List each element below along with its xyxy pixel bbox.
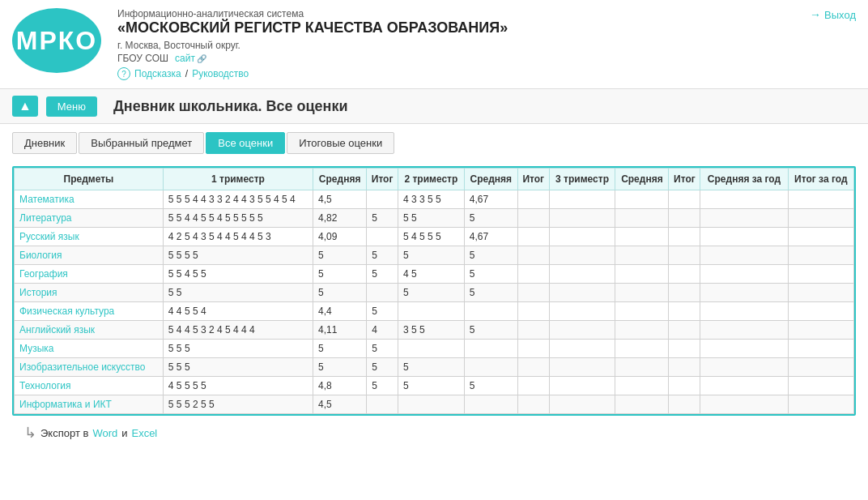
subject-link[interactable]: Информатика и ИКТ — [19, 399, 112, 410]
export-row: ↳ Экспорт в Word и Excel — [12, 416, 856, 450]
grade-cell — [669, 321, 700, 340]
grade-cell — [788, 395, 853, 414]
subject-link[interactable]: Музыка — [19, 343, 53, 354]
grade-cell — [615, 358, 669, 377]
grade-cell: 4,67 — [464, 190, 517, 209]
table-row: Математика5 5 5 4 4 3 3 2 4 4 3 5 5 4 5 … — [15, 190, 854, 209]
grade-cell — [700, 321, 788, 340]
table-row: Биология5 5 5 55555 — [15, 246, 854, 265]
grade-cell — [700, 190, 788, 209]
grade-cell — [669, 302, 700, 321]
table-row: Музыка5 5 555 — [15, 340, 854, 358]
grade-cell: 5 — [313, 284, 367, 302]
grade-cell: 5 — [367, 340, 398, 358]
subject-cell[interactable]: Информатика и ИКТ — [15, 395, 164, 414]
subject-link[interactable]: Литература — [19, 212, 72, 224]
subject-link[interactable]: Биология — [19, 250, 62, 261]
table-row: Русский язык4 2 5 4 3 5 4 4 5 4 4 5 34,0… — [15, 228, 854, 246]
grade-cell — [549, 228, 615, 246]
grade-cell: 5 — [367, 265, 398, 284]
subject-cell[interactable]: Биология — [15, 246, 164, 265]
table-row: Литература5 5 4 4 5 5 4 5 5 5 5 54,8255 … — [15, 209, 854, 228]
grade-cell: 5 — [398, 358, 465, 377]
grade-cell — [367, 284, 398, 302]
subject-cell[interactable]: Музыка — [15, 340, 164, 358]
nav-bar: ▲ Меню Дневник школьника. Все оценки — [0, 89, 868, 124]
col-itog3: Итог — [669, 169, 700, 190]
grade-cell — [700, 395, 788, 414]
grade-cell — [615, 228, 669, 246]
grade-cell: 4 4 5 5 4 — [163, 302, 313, 321]
export-word-link[interactable]: Word — [92, 427, 117, 439]
subject-link[interactable]: Английский язык — [19, 324, 95, 335]
grade-cell: 5 — [464, 265, 517, 284]
export-excel-link[interactable]: Excel — [131, 427, 157, 439]
menu-button[interactable]: Меню — [46, 96, 97, 117]
subject-cell[interactable]: Математика — [15, 190, 164, 209]
grade-cell — [549, 209, 615, 228]
help-link[interactable]: Подсказка — [134, 68, 181, 79]
grade-cell — [464, 395, 517, 414]
col-itog2: Итог — [517, 169, 549, 190]
grade-cell: 4,5 — [313, 395, 367, 414]
grade-cell — [788, 246, 853, 265]
help-icon: ? — [117, 67, 130, 80]
subject-link[interactable]: Математика — [19, 194, 74, 205]
subject-link[interactable]: Изобразительное искусство — [19, 361, 146, 373]
col-subject: Предметы — [15, 169, 164, 190]
grade-cell — [788, 377, 853, 395]
grade-cell — [615, 265, 669, 284]
col-avg1: Средняя — [313, 169, 367, 190]
col-t3: 3 триместр — [549, 169, 615, 190]
site-link[interactable]: сайт 🔗 — [175, 53, 206, 64]
table-row: Английский язык5 4 4 5 3 2 4 5 4 4 44,11… — [15, 321, 854, 340]
subject-cell[interactable]: Физическая культура — [15, 302, 164, 321]
subject-link[interactable]: Технология — [19, 380, 71, 391]
grade-cell — [700, 246, 788, 265]
external-link-icon: 🔗 — [197, 54, 206, 63]
grade-cell — [615, 190, 669, 209]
grade-cell — [367, 228, 398, 246]
grade-cell: 5 5 5 5 — [163, 246, 313, 265]
subject-link[interactable]: Физическая культура — [19, 306, 114, 317]
grade-cell — [669, 340, 700, 358]
grade-cell — [700, 358, 788, 377]
subject-link[interactable]: История — [19, 287, 57, 298]
tab-all-grades[interactable]: Все оценки — [206, 132, 285, 154]
grade-cell: 5 — [367, 377, 398, 395]
grade-cell: 5 — [464, 246, 517, 265]
table-row: Информатика и ИКТ5 5 5 2 5 54,5 — [15, 395, 854, 414]
table-row: Физическая культура4 4 5 5 44,45 — [15, 302, 854, 321]
grade-cell — [788, 190, 853, 209]
grade-cell — [517, 377, 549, 395]
grade-cell — [549, 395, 615, 414]
subject-cell[interactable]: География — [15, 265, 164, 284]
grade-cell: 5 — [367, 209, 398, 228]
back-button[interactable]: ▲ — [12, 96, 38, 117]
manual-link[interactable]: Руководство — [192, 68, 249, 79]
subject-cell[interactable]: Изобразительное искусство — [15, 358, 164, 377]
subject-link[interactable]: Русский язык — [19, 231, 79, 242]
subject-cell[interactable]: Технология — [15, 377, 164, 395]
grade-cell — [517, 358, 549, 377]
tab-final-grades[interactable]: Итоговые оценки — [287, 132, 394, 154]
tab-diary[interactable]: Дневник — [12, 132, 77, 154]
school-label: ГБОУ СОШ — [117, 53, 168, 64]
table-row: Технология4 5 5 5 54,8555 — [15, 377, 854, 395]
grade-cell — [549, 284, 615, 302]
grade-cell: 5 4 5 5 5 — [398, 228, 465, 246]
grade-cell: 4 5 — [398, 265, 465, 284]
grade-cell: 4,67 — [464, 228, 517, 246]
subject-cell[interactable]: Русский язык — [15, 228, 164, 246]
subject-cell[interactable]: История — [15, 284, 164, 302]
grade-cell — [669, 377, 700, 395]
tab-subject[interactable]: Выбранный предмет — [79, 132, 204, 154]
grade-cell: 5 5 4 5 5 — [163, 265, 313, 284]
subject-cell[interactable]: Английский язык — [15, 321, 164, 340]
logout-link[interactable]: → Выход — [810, 8, 856, 21]
subject-cell[interactable]: Литература — [15, 209, 164, 228]
grade-cell — [549, 340, 615, 358]
system-name: Информационно-аналитическая система — [117, 8, 810, 19]
subject-link[interactable]: География — [19, 268, 68, 280]
grade-cell — [669, 265, 700, 284]
